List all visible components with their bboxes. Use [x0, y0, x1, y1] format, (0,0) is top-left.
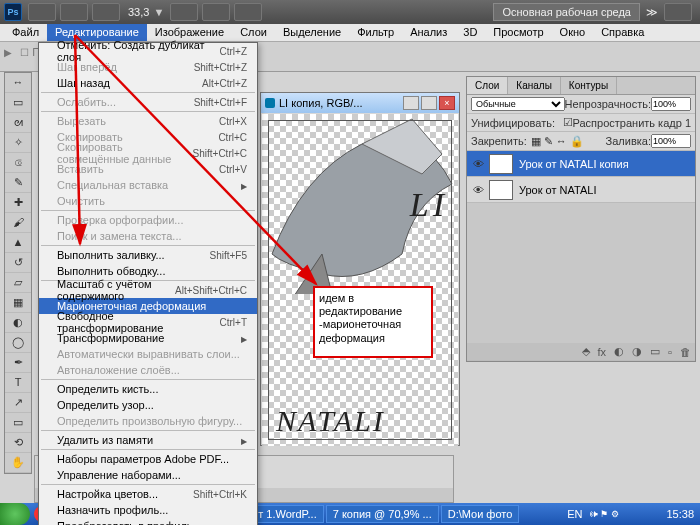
menu-окно[interactable]: Окно [552, 24, 594, 41]
delete-layer-icon[interactable]: 🗑 [680, 346, 691, 358]
close-button[interactable]: × [439, 96, 455, 110]
menuitem: Специальная вставка [39, 177, 257, 193]
maximize-button[interactable] [421, 96, 437, 110]
layers-tabs: Слои Каналы Контуры [467, 77, 695, 95]
layer-name: Урок от NATALI копия [519, 158, 629, 170]
canvas-area[interactable]: LI NATALI [262, 114, 458, 446]
lang-indicator[interactable]: EN [561, 508, 588, 520]
menuitem[interactable]: Назначить профиль... [39, 502, 257, 518]
menuitem[interactable]: Определить узор... [39, 397, 257, 413]
minimize-button[interactable] [403, 96, 419, 110]
tab-paths[interactable]: Контуры [561, 77, 617, 94]
menuitem[interactable]: Выполнить заливку...Shift+F5 [39, 247, 257, 263]
tab-channels[interactable]: Каналы [508, 77, 561, 94]
type-tool[interactable]: T [5, 373, 31, 393]
opacity-input[interactable] [651, 97, 691, 111]
propagate-label: Распространить кадр 1 [573, 117, 691, 129]
menuitem: Очистить [39, 193, 257, 209]
tab-layers[interactable]: Слои [467, 77, 508, 94]
menuitem: Автоналожение слоёв... [39, 362, 257, 378]
menuitem: ВырезатьCtrl+X [39, 113, 257, 129]
transform-bounds[interactable] [268, 120, 452, 440]
photoshop-logo: Ps [4, 3, 22, 21]
clock: 15:38 [660, 508, 700, 520]
layer-row[interactable]: 👁Урок от NATALI [467, 177, 695, 203]
layer-thumb [489, 180, 513, 200]
bridge-icon[interactable] [28, 3, 56, 21]
menu-анализ[interactable]: Анализ [402, 24, 455, 41]
menuitem[interactable]: Преобразовать в профиль... [39, 518, 257, 525]
healing-tool[interactable]: ✚ [5, 193, 31, 213]
menuitem[interactable]: Управление наборами... [39, 467, 257, 483]
canvas-text-2: NATALI [276, 404, 385, 438]
app-topbar: Ps 33,3 ▼ Основная рабочая среда ≫ [0, 0, 700, 24]
menuitem[interactable]: Определить кисть... [39, 381, 257, 397]
fill-input[interactable] [651, 134, 691, 148]
unify-label: Унифицировать: [471, 117, 555, 129]
dodge-tool[interactable]: ◯ [5, 333, 31, 353]
screen-mode-icon[interactable] [234, 3, 262, 21]
menu-выделение[interactable]: Выделение [275, 24, 349, 41]
new-layer-icon[interactable]: ▫ [668, 346, 672, 358]
canvas-text-1: LI [410, 186, 448, 224]
blur-tool[interactable]: ◐ [5, 313, 31, 333]
mask-icon[interactable]: ◐ [614, 345, 624, 358]
menuitem[interactable]: Шаг назадAlt+Ctrl+Z [39, 75, 257, 91]
group-icon[interactable]: ▭ [650, 345, 660, 358]
adjustment-icon[interactable]: ◑ [632, 345, 642, 358]
menuitem: Проверка орфографии... [39, 212, 257, 228]
link-layers-icon[interactable]: ⬘ [582, 345, 590, 358]
layer-row[interactable]: 👁Урок от NATALI копия [467, 151, 695, 177]
menu-просмотр[interactable]: Просмотр [485, 24, 551, 41]
menuitem[interactable]: Трансформирование [39, 330, 257, 346]
shape-tool[interactable]: ▭ [5, 413, 31, 433]
menu-фильтр[interactable]: Фильтр [349, 24, 402, 41]
toolbox: ↔ ▭ ᘛ ✧ ⟃ ✎ ✚ 🖌 ▲ ↺ ▱ ▦ ◐ ◯ ✒ T ↗ ▭ ⟲ ✋ [4, 72, 32, 474]
hand-icon[interactable] [170, 3, 198, 21]
3d-tool[interactable]: ⟲ [5, 433, 31, 453]
hand-tool[interactable]: ✋ [5, 453, 31, 473]
taskbar-button[interactable]: 7 копия @ 70,9% ... [326, 505, 439, 523]
crop-tool[interactable]: ⟃ [5, 153, 31, 173]
zoom-value[interactable]: 33,3 [128, 6, 149, 18]
visibility-icon[interactable]: 👁 [471, 158, 485, 170]
stamp-tool[interactable]: ▲ [5, 233, 31, 253]
menu-файл[interactable]: Файл [4, 24, 47, 41]
gradient-tool[interactable]: ▦ [5, 293, 31, 313]
document-titlebar[interactable]: LI копия, RGB/... × [261, 93, 459, 113]
menu-3d[interactable]: 3D [455, 24, 485, 41]
minibridge-icon[interactable] [60, 3, 88, 21]
brush-tool[interactable]: 🖌 [5, 213, 31, 233]
menuitem[interactable]: Удалить из памяти [39, 432, 257, 448]
view-extras-icon[interactable] [92, 3, 120, 21]
menuitem[interactable]: Наборы параметров Adobe PDF... [39, 451, 257, 467]
workspace-select[interactable]: Основная рабочая среда [493, 3, 640, 21]
taskbar-button[interactable]: D:\Мои фото [441, 505, 520, 523]
pen-tool[interactable]: ✒ [5, 353, 31, 373]
fill-label: Заливка: [606, 135, 651, 147]
menu-слои[interactable]: Слои [232, 24, 275, 41]
menuitem[interactable]: Настройка цветов...Shift+Ctrl+K [39, 486, 257, 502]
visibility-icon[interactable]: 👁 [471, 184, 485, 196]
history-brush-tool[interactable]: ↺ [5, 253, 31, 273]
menuitem[interactable]: Выполнить обводку... [39, 263, 257, 279]
tray-area[interactable]: 🕪 ⚑ ⚙ [589, 509, 619, 519]
move-tool[interactable]: ↔ [5, 73, 31, 93]
menuitem[interactable]: Отменить: Создать дубликат слояCtrl+Z [39, 43, 257, 59]
start-button[interactable] [0, 503, 30, 525]
menuitem[interactable]: Масштаб с учётом содержимогоAlt+Shift+Ct… [39, 282, 257, 298]
lasso-tool[interactable]: ᘛ [5, 113, 31, 133]
menuitem[interactable]: Свободное трансформированиеCtrl+T [39, 314, 257, 330]
eyedropper-tool[interactable]: ✎ [5, 173, 31, 193]
menu-справка[interactable]: Справка [593, 24, 652, 41]
wand-tool[interactable]: ✧ [5, 133, 31, 153]
path-tool[interactable]: ↗ [5, 393, 31, 413]
eraser-tool[interactable]: ▱ [5, 273, 31, 293]
arrange-icon[interactable] [202, 3, 230, 21]
doc-icon [265, 98, 275, 108]
cslive-icon[interactable] [664, 3, 692, 21]
blend-mode-select[interactable]: Обычные [471, 97, 565, 111]
document-window: LI копия, RGB/... × LI NATALI [260, 92, 460, 446]
fx-icon[interactable]: fx [598, 346, 607, 358]
marquee-tool[interactable]: ▭ [5, 93, 31, 113]
